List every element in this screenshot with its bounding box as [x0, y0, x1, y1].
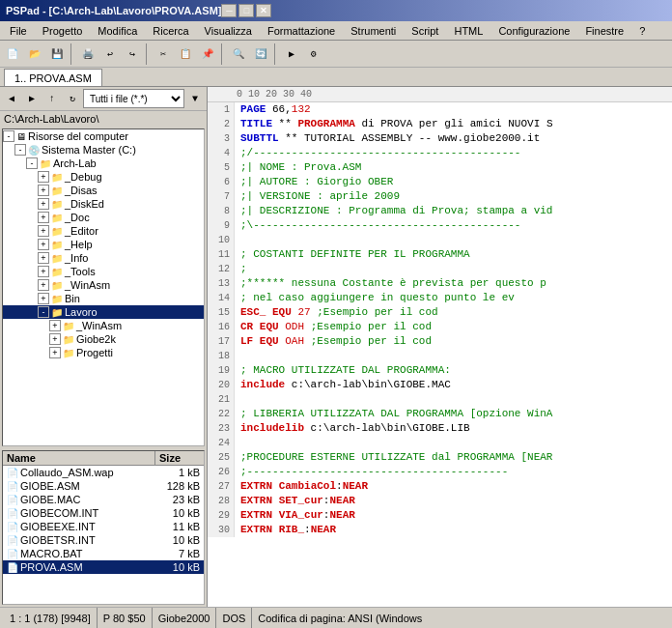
- line-content: include c:\arch-lab\bin\GIOBE.MAC: [235, 378, 672, 392]
- file-filter-dropdown[interactable]: Tutti i file (*.*): [83, 89, 184, 108]
- line-content: ;| AUTORE : Giorgio OBER: [235, 175, 672, 189]
- file-row[interactable]: 📄GIOBECOM.INT10 kB: [3, 506, 204, 520]
- file-tree[interactable]: - 🖥 Risorse del computer - 💿 Sistema Mas…: [2, 128, 205, 446]
- tree-expander-root[interactable]: -: [3, 130, 14, 142]
- tree-item-giobe2k[interactable]: + 📁 Giobe2k: [3, 332, 204, 346]
- tree-item-tools[interactable]: + 📁 _Tools: [3, 265, 204, 278]
- refresh-button[interactable]: ↻: [63, 89, 82, 108]
- table-row: 15 ESC_ EQU 27 ;Esempio per il cod: [208, 305, 672, 320]
- copy-button[interactable]: 📋: [175, 43, 196, 65]
- tree-item-editor[interactable]: + 📁 _Editor: [3, 224, 204, 238]
- menu-item-configurazione[interactable]: Configurazione: [492, 24, 575, 38]
- file-name-header[interactable]: Name: [3, 451, 155, 465]
- tree-item-archlab[interactable]: - 📁 Arch-Lab: [3, 157, 204, 170]
- code-panel: 0 10 20 30 40 1PAGE 66,1322TITLE ** PROG…: [208, 87, 672, 607]
- tree-item-winasm[interactable]: + 📁 _WinAsm: [3, 278, 204, 292]
- tree-expander-winasm[interactable]: +: [38, 279, 49, 291]
- line-number: 12: [208, 262, 235, 276]
- menu-item-html[interactable]: HTML: [448, 24, 489, 38]
- menu-item-visualizza[interactable]: Visualizza: [199, 24, 258, 38]
- menu-item-file[interactable]: File: [4, 24, 33, 38]
- tree-item-doc[interactable]: + 📁 _Doc: [3, 211, 204, 224]
- maximize-button[interactable]: □: [238, 4, 254, 17]
- menu-item-ricerca[interactable]: Ricerca: [147, 24, 194, 38]
- file-row[interactable]: 📄GIOBEEXE.INT11 kB: [3, 520, 204, 533]
- tree-item-drive-c[interactable]: - 💿 Sistema Master (C:): [3, 143, 204, 157]
- tree-expander-disas[interactable]: +: [38, 185, 49, 196]
- tree-expander-disked[interactable]: +: [38, 198, 49, 210]
- menu-item-script[interactable]: Script: [406, 24, 444, 38]
- file-row[interactable]: 📄GIOBE.ASM128 kB: [3, 479, 204, 493]
- tree-expander-bin[interactable]: +: [38, 293, 49, 304]
- tree-expander-info[interactable]: +: [38, 252, 49, 264]
- menu-item-?[interactable]: ?: [633, 24, 651, 38]
- nav-back-button[interactable]: ◀: [2, 89, 21, 108]
- table-row: 24: [208, 436, 672, 450]
- dropdown-arrow-icon[interactable]: ▼: [185, 89, 205, 108]
- print-button[interactable]: 🖨️: [77, 43, 98, 65]
- tree-expander-giobe2k[interactable]: +: [49, 333, 61, 345]
- file-size: 10 kB: [155, 534, 204, 546]
- menu-item-formattazione[interactable]: Formattazione: [262, 24, 341, 38]
- line-content: ;---------------------------------------…: [235, 465, 672, 479]
- line-number: 27: [208, 479, 235, 494]
- new-button[interactable]: 📄: [2, 43, 23, 65]
- file-row[interactable]: 📄PROVA.ASM10 kB: [3, 560, 204, 574]
- tree-expander-editor[interactable]: +: [38, 225, 49, 237]
- find-button[interactable]: 🔍: [228, 43, 249, 65]
- tree-expander-tools[interactable]: +: [38, 266, 49, 277]
- tree-expander-help[interactable]: +: [38, 239, 49, 250]
- tab-prova-asm[interactable]: 1.. PROVA.ASM: [4, 69, 102, 86]
- file-row[interactable]: 📄MACRO.BAT7 kB: [3, 547, 204, 560]
- tree-item-help[interactable]: + 📁 _Help: [3, 238, 204, 251]
- file-row[interactable]: 📄GIOBE.MAC23 kB: [3, 493, 204, 506]
- tree-item-progetti[interactable]: + 📁 Progetti: [3, 346, 204, 359]
- line-number: 30: [208, 523, 235, 537]
- file-row[interactable]: 📄GIOBETSR.INT10 kB: [3, 533, 204, 547]
- line-number: 4: [208, 146, 235, 160]
- paste-button[interactable]: 📌: [197, 43, 218, 65]
- line-number: 1: [208, 102, 235, 117]
- tree-item-disked[interactable]: + 📁 _DiskEd: [3, 197, 204, 211]
- open-button[interactable]: 📂: [24, 43, 45, 65]
- tree-expander-drive-c[interactable]: -: [14, 144, 26, 156]
- compile-button[interactable]: ⚙: [303, 43, 324, 65]
- undo-button[interactable]: ↩: [99, 43, 121, 65]
- tree-item-info[interactable]: + 📁 _Info: [3, 251, 204, 265]
- menu-item-progetto[interactable]: Progetto: [37, 24, 89, 38]
- menu-item-strumenti[interactable]: Strumenti: [345, 24, 402, 38]
- tree-item-bin[interactable]: + 📁 Bin: [3, 292, 204, 305]
- cut-button[interactable]: ✂: [153, 43, 174, 65]
- tree-expander-doc[interactable]: +: [38, 212, 49, 223]
- minimize-button[interactable]: ─: [221, 4, 237, 17]
- table-row: 16 CR EQU ODH ;Esempio per il cod: [208, 320, 672, 334]
- tree-expander-debug[interactable]: +: [38, 171, 49, 183]
- close-button[interactable]: ✕: [256, 4, 271, 17]
- save-button[interactable]: 💾: [46, 43, 68, 65]
- nav-up-button[interactable]: ↑: [42, 89, 62, 108]
- tree-expander-archlab[interactable]: -: [26, 157, 38, 169]
- nav-forward-button[interactable]: ▶: [22, 89, 42, 108]
- table-row: 22; LIBRERIA UTILIZZATA DAL PROGRAMMA [o…: [208, 407, 672, 421]
- file-row[interactable]: 📄Collaudo_ASM.wap1 kB: [3, 466, 204, 479]
- tree-item-disas[interactable]: + 📁 _Disas: [3, 184, 204, 197]
- line-content: ; nel caso aggiungere in questo punto le…: [235, 291, 672, 305]
- tree-expander-progetti[interactable]: +: [49, 347, 61, 358]
- menu-item-finestre[interactable]: Finestre: [579, 24, 630, 38]
- tree-item-debug[interactable]: + 📁 _Debug: [3, 170, 204, 184]
- run-button[interactable]: ▶: [281, 43, 302, 65]
- replace-button[interactable]: 🔄: [250, 43, 271, 65]
- tree-item-root[interactable]: - 🖥 Risorse del computer: [3, 129, 204, 143]
- code-area[interactable]: 1PAGE 66,1322TITLE ** PROGRAMMA di PROVA…: [208, 102, 672, 607]
- line-number: 8: [208, 204, 235, 218]
- tree-item-winasm2[interactable]: + 📁 _WinAsm: [3, 319, 204, 332]
- file-size-header[interactable]: Size: [155, 451, 204, 465]
- tree-expander-winasm2[interactable]: +: [49, 320, 61, 331]
- redo-button[interactable]: ↪: [122, 43, 143, 65]
- menu-item-modifica[interactable]: Modifica: [92, 24, 143, 38]
- line-number: 19: [208, 363, 235, 378]
- file-list[interactable]: Name Size 📄Collaudo_ASM.wap1 kB📄GIOBE.AS…: [2, 450, 205, 605]
- tree-item-lavoro[interactable]: - 📁 Lavoro: [3, 305, 204, 319]
- tree-expander-lavoro[interactable]: -: [38, 306, 49, 318]
- line-content: ; COSTANTI DEFINITE PER IL PROGRAMMA: [235, 247, 672, 262]
